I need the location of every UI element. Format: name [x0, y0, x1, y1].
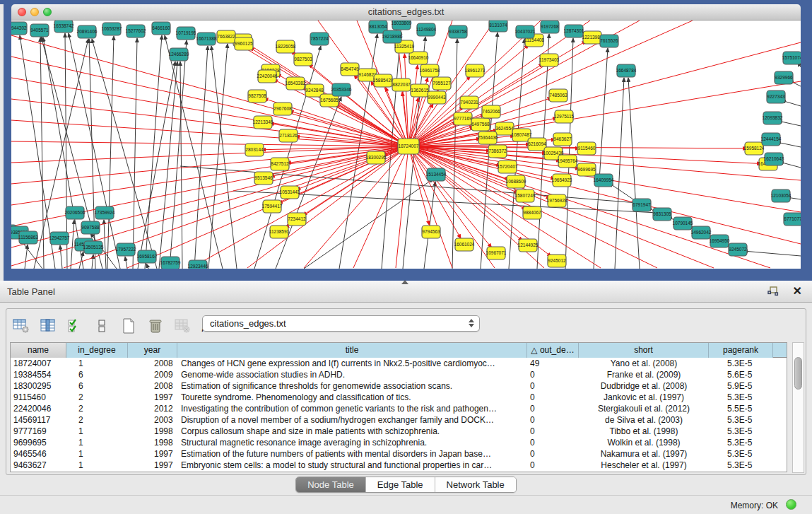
float-panel-icon[interactable] [767, 286, 779, 297]
table-row[interactable]: 1830029562008Estimation of significance … [11, 380, 787, 392]
table-cell: 9463627 [11, 460, 66, 471]
column-header-name[interactable]: name [11, 343, 66, 358]
tab-network-table[interactable]: Network Table [435, 477, 516, 492]
citation-network-graph[interactable]: 8912954182260589827503818632816543382982… [11, 21, 801, 269]
red-edge[interactable] [396, 146, 408, 268]
graph-node-label: 10967071 [486, 250, 507, 255]
graph-node-label: 2967608 [273, 106, 292, 111]
graph-node-label: 6771077 [784, 216, 801, 221]
black-edge[interactable] [104, 220, 106, 269]
column-header-title[interactable]: title [177, 343, 527, 358]
table-row[interactable]: 946362711997Embryonic stem cells: a mode… [11, 460, 787, 471]
black-edge[interactable] [194, 46, 208, 269]
graph-node-label: 12874301 [564, 28, 584, 33]
black-edge[interactable] [628, 78, 640, 269]
black-edge[interactable] [60, 245, 62, 269]
delete-table-icon[interactable] [146, 317, 165, 335]
memory-status-indicator[interactable] [786, 499, 796, 510]
graph-node-label: 15885420 [373, 78, 394, 83]
table-row[interactable]: 969969511998Structural magnetic resonanc… [11, 437, 787, 448]
black-edge[interactable] [145, 35, 162, 269]
table-select-dropdown[interactable]: citations_edges.txt [202, 315, 480, 332]
table-tabs-segmented-control: Node TableEdge TableNetwork Table [295, 477, 517, 493]
select-rows-check-icon[interactable] [66, 317, 84, 335]
black-edge[interactable] [170, 40, 187, 269]
column-header-in_degree[interactable]: in_degree [66, 343, 128, 358]
scrollbar-thumb[interactable] [794, 357, 802, 390]
black-edge[interactable] [159, 62, 177, 269]
graph-node-label: 3624554 [495, 126, 514, 131]
graph-node-label: 15807249 [515, 193, 536, 198]
table-column-icon[interactable] [39, 317, 57, 335]
table-row[interactable]: 1872400712008Changes of HCN gene express… [11, 358, 787, 369]
red-edge[interactable] [404, 54, 408, 146]
table-row[interactable]: 977716911998Corpus callosum shape and si… [11, 426, 787, 437]
black-edge[interactable] [208, 44, 228, 269]
table-cell: 5.3E-5 [709, 414, 773, 426]
table-row[interactable]: 911546021997Tourette syndrome. Phenomeno… [11, 392, 787, 403]
black-edge[interactable] [615, 78, 624, 269]
table-row[interactable]: 1938455462009Genome-wide association stu… [11, 369, 787, 380]
black-edge[interactable] [211, 46, 237, 269]
graph-node-label: 9699695 [577, 167, 596, 172]
table-select-value: citations_edges.txt [210, 318, 286, 329]
red-edge[interactable] [408, 42, 801, 146]
column-header-short[interactable]: short [579, 343, 709, 358]
graph-node-label: 12213349 [253, 119, 273, 124]
column-header-out_de[interactable]: △ out_de… [527, 343, 579, 358]
red-edge[interactable] [11, 146, 408, 184]
column-header-year[interactable]: year [128, 343, 177, 358]
table-row[interactable]: 946554611997Estimation of the future num… [11, 448, 787, 460]
table-cell: Changes of HCN gene expression and I(f) … [177, 358, 527, 369]
table-cell: Jankovic et al. (1997) [579, 392, 709, 403]
black-edge[interactable] [180, 62, 182, 269]
black-edge[interactable] [133, 38, 137, 269]
table-cell: 18724007 [11, 358, 66, 369]
table-cell: Corpus callosum shape and size in male p… [177, 426, 527, 437]
table-settings-icon[interactable] [12, 317, 30, 335]
network-window-titlebar[interactable]: citations_edges.txt [11, 4, 801, 21]
table-cell: 0 [527, 380, 579, 392]
table-cell: 5.5E-5 [709, 403, 773, 414]
table-row[interactable]: 1456911722003Disruption of a novel membe… [11, 414, 787, 426]
red-edge[interactable] [11, 146, 408, 205]
memory-status-label: Memory: OK [731, 501, 778, 510]
column-header-pagerank[interactable]: pagerank [709, 343, 773, 358]
table-cell: Wolkin et al. (1998) [579, 437, 709, 448]
black-edge[interactable] [565, 38, 573, 269]
pane-divider-handle[interactable] [401, 280, 408, 284]
table-cell: 2009 [128, 369, 177, 380]
tab-node-table[interactable]: Node Table [296, 477, 366, 492]
graph-node-label: 17359924 [95, 210, 115, 215]
new-table-icon[interactable] [119, 317, 138, 335]
black-edge[interactable] [276, 97, 341, 269]
red-edge[interactable] [191, 146, 408, 268]
close-panel-icon[interactable]: ✕ [793, 284, 802, 298]
table-vertical-scrollbar[interactable] [792, 342, 804, 473]
tab-edge-table[interactable]: Edge Table [366, 477, 435, 492]
graph-node-label: 14962042 [691, 230, 712, 235]
red-edge[interactable] [11, 99, 408, 146]
table-cell: 5.3E-5 [709, 448, 773, 460]
table-cell: Tourette syndrome. Phenomenology and cla… [177, 392, 527, 403]
black-edge[interactable] [594, 48, 608, 269]
graph-node-label: 10719195 [176, 30, 196, 35]
graph-node-label: 10807487 [512, 132, 532, 137]
graph-node-label: 10688609 [506, 179, 526, 184]
table-panel-titlebar: Table Panel ✕ [0, 281, 812, 303]
graph-node-label: 11156863 [18, 235, 38, 240]
black-edge[interactable] [743, 251, 801, 256]
table-cell: Dudbridge et al. (2008) [579, 380, 709, 392]
graph-node-label: 19756928 [547, 198, 567, 203]
row-height-icon[interactable] [93, 317, 111, 335]
graph-node-label: 17594417 [262, 204, 283, 209]
black-edge[interactable] [125, 257, 127, 269]
black-edge[interactable] [92, 255, 93, 269]
table-cell: 1998 [128, 437, 177, 448]
table-cell: 22420046 [11, 403, 66, 414]
table-row[interactable]: 2242004622012Investigating the contribut… [11, 403, 787, 414]
table-panel-title: Table Panel [7, 286, 55, 297]
network-canvas[interactable]: 8912954182260589827503818632816543382982… [11, 21, 801, 269]
black-edge[interactable] [146, 264, 148, 269]
graph-node-label: 2718126 [279, 133, 298, 138]
